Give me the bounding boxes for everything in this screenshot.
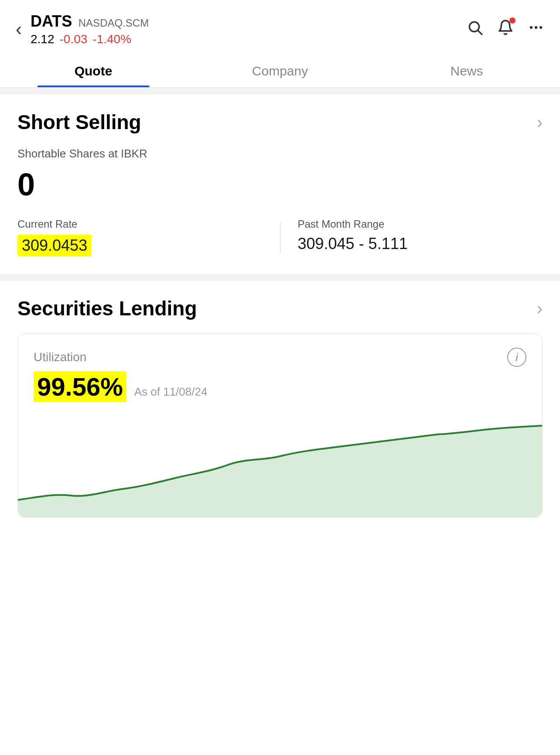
utilization-card: Utilization i 99.56% As of 11/08/24 [17, 333, 543, 518]
section-divider [0, 88, 560, 95]
utilization-chart [18, 413, 542, 517]
bell-icon[interactable] [497, 19, 514, 40]
back-button[interactable]: ‹ [16, 20, 22, 38]
rates-row: Current Rate 309.0453 Past Month Range 3… [17, 218, 543, 256]
short-selling-chevron[interactable]: › [537, 113, 543, 132]
search-icon[interactable] [467, 19, 483, 40]
current-rate-label: Current Rate [17, 218, 263, 230]
utilization-value: 99.56% [34, 371, 126, 402]
rate-divider [280, 222, 280, 253]
card-header: Utilization i [34, 348, 526, 367]
tabs: Quote Company News [0, 53, 560, 88]
svg-point-2 [530, 26, 533, 28]
utilization-label: Utilization [34, 350, 86, 364]
svg-point-3 [535, 26, 537, 28]
header-right [467, 19, 544, 40]
tab-news[interactable]: News [373, 53, 560, 87]
tab-quote[interactable]: Quote [0, 53, 187, 87]
tab-company[interactable]: Company [187, 53, 373, 87]
more-icon[interactable] [528, 19, 544, 40]
section-divider-2 [0, 274, 560, 281]
stock-ticker-row: DATS NASDAQ.SCM [31, 12, 149, 31]
stock-change: -0.03 [60, 32, 88, 46]
info-icon[interactable]: i [507, 348, 526, 367]
stock-change-pct: -1.40% [92, 32, 131, 46]
stock-price-row: 2.12 -0.03 -1.40% [31, 32, 149, 46]
securities-lending-title: Securities Lending [17, 297, 197, 320]
short-selling-title: Short Selling [17, 110, 141, 134]
stock-ticker: DATS [31, 12, 72, 30]
securities-lending-section: Securities Lending › Utilization i 99.56… [0, 281, 560, 535]
past-month-value: 309.045 - 5.111 [298, 235, 543, 253]
current-rate-value: 309.0453 [17, 235, 92, 256]
past-month-block: Past Month Range 309.045 - 5.111 [298, 218, 543, 253]
utilization-date: As of 11/08/24 [134, 385, 208, 399]
svg-point-4 [540, 26, 542, 28]
svg-line-1 [478, 31, 482, 34]
current-rate-block: Current Rate 309.0453 [17, 218, 263, 256]
shortable-value: 0 [17, 167, 543, 202]
short-selling-section: Short Selling › Shortable Shares at IBKR… [0, 95, 560, 274]
stock-exchange: NASDAQ.SCM [79, 17, 149, 29]
past-month-label: Past Month Range [298, 218, 543, 230]
header: ‹ DATS NASDAQ.SCM 2.12 -0.03 -1.40% [0, 0, 560, 53]
securities-lending-header: Securities Lending › [17, 297, 543, 320]
securities-lending-chevron[interactable]: › [537, 299, 543, 318]
bell-notification-badge [509, 17, 516, 24]
header-left: ‹ DATS NASDAQ.SCM 2.12 -0.03 -1.40% [16, 12, 149, 46]
stock-info: DATS NASDAQ.SCM 2.12 -0.03 -1.40% [31, 12, 149, 46]
utilization-row: 99.56% As of 11/08/24 [34, 371, 526, 402]
shortable-label: Shortable Shares at IBKR [17, 147, 543, 161]
short-selling-header: Short Selling › [17, 110, 543, 134]
stock-price: 2.12 [31, 32, 55, 46]
